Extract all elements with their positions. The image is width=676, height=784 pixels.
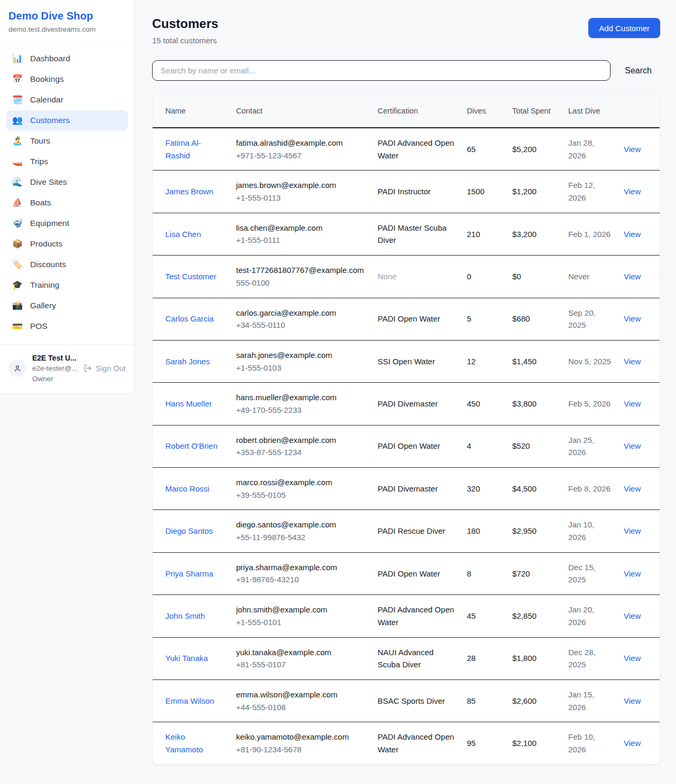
sign-out-button[interactable]: Sign Out [83,364,126,373]
customer-total-spent: $0 [512,272,521,281]
customer-name-link[interactable]: Marco Rossi [165,484,209,493]
customer-email: test-1772681807767@example.com [236,264,365,277]
sign-out-label: Sign Out [96,364,126,373]
customer-last-dive: Feb 5, 2026 [568,399,611,408]
customer-certification: None [378,272,397,281]
customer-total-spent: $1,800 [512,654,537,663]
nav-item-icon: 🏷️ [12,260,23,269]
view-customer-link[interactable]: View [624,272,641,281]
col-header-name: Name [153,95,230,128]
customer-last-dive: Feb 10, 2026 [568,732,595,754]
customer-name-link[interactable]: Hans Mueller [165,399,212,408]
view-customer-link[interactable]: View [624,696,641,705]
user-info: E2E Test U... e2e-tester@... Owner [32,353,77,384]
sidebar-nav-item[interactable]: 📸 Gallery [6,296,128,316]
view-customer-link[interactable]: View [624,230,641,239]
customer-name-link[interactable]: Diego Santos [165,526,213,535]
customer-name-link[interactable]: Lisa Chen [165,230,201,239]
nav-item-label: POS [30,322,48,331]
search-button[interactable]: Search [611,66,660,75]
col-header-total-spent: Total Spent [506,95,562,128]
sidebar-nav-item[interactable]: 🏷️ Discounts [6,254,128,275]
view-customer-link[interactable]: View [624,357,641,366]
customer-name-link[interactable]: Priya Sharma [165,569,213,578]
view-customer-link[interactable]: View [624,526,641,535]
nav-item-label: Equipment [30,219,69,228]
customer-last-dive: Nov 5, 2025 [568,357,611,366]
customer-last-dive: Feb 12, 2026 [568,181,595,202]
customer-name-link[interactable]: John Smith [165,611,205,620]
customer-total-spent: $720 [512,569,530,578]
sidebar-nav-item[interactable]: 🌊 Dive Sites [6,172,128,192]
customer-total-spent: $2,950 [512,526,537,535]
sidebar-nav-item[interactable]: 🎓 Training [6,275,128,295]
customer-name-link[interactable]: Yuki Tanaka [165,654,208,663]
nav-item-icon: 👥 [12,116,23,125]
user-role: Owner [32,374,77,384]
customer-certification: PADI Divemaster [378,484,438,493]
view-customer-link[interactable]: View [624,739,641,748]
sidebar-nav-item[interactable]: 📦 Products [6,234,128,254]
customer-last-dive: Dec 15, 2025 [568,563,596,584]
customer-certification: NAUI Advanced Scuba Diver [378,648,434,669]
sidebar-nav-item[interactable]: 💳 POS [6,316,128,336]
col-header-contact: Contact [230,95,371,128]
customer-phone: +91-98765-43210 [236,573,365,586]
customer-total-spent: $2,850 [512,611,537,620]
nav-item-icon: 💳 [12,322,23,330]
customer-last-dive: Jan 28, 2026 [568,138,594,160]
customer-email: marco.rossi@example.com [236,476,365,489]
nav-item-icon: 📅 [12,75,23,83]
customer-row: Hans Mueller hans.mueller@example.com +4… [153,383,660,425]
customer-dives: 28 [467,654,476,663]
customer-name-link[interactable]: Test Customer [165,272,217,281]
view-customer-link[interactable]: View [624,611,641,620]
search-row: Search [152,60,660,81]
add-customer-button[interactable]: Add Customer [588,18,660,38]
sidebar-nav-item[interactable]: 📊 Dashboard [6,49,128,69]
customer-row: Emma Wilson emma.wilson@example.com +44-… [153,679,660,722]
sidebar-nav-item[interactable]: 🚤 Trips [6,152,128,172]
customer-name-link[interactable]: James Brown [165,187,213,196]
customer-total-spent: $2,600 [512,696,537,705]
customer-row: Robert O'Brien robert.obrien@example.com… [153,425,660,467]
shop-name: Demo Dive Shop [8,10,126,22]
customer-name-link[interactable]: Keiko Yamamoto [165,732,203,754]
sidebar-nav-item[interactable]: 📅 Bookings [6,69,128,89]
customer-last-dive: Jan 10, 2026 [568,520,594,542]
customer-row: James Brown james.brown@example.com +1-5… [153,171,660,213]
view-customer-link[interactable]: View [624,569,641,578]
view-customer-link[interactable]: View [624,187,641,196]
customer-dives: 45 [467,611,476,620]
nav-item-label: Trips [30,157,48,166]
sidebar-nav-item[interactable]: 🏝️ Tours [6,131,128,151]
sidebar-nav-item[interactable]: ⛵ Boats [6,193,128,213]
nav-item-icon: ⛵ [12,199,23,207]
view-customer-link[interactable]: View [624,441,641,450]
view-customer-link[interactable]: View [624,654,641,663]
customer-row: Diego Santos diego.santos@example.com +5… [153,510,660,552]
customer-name-link[interactable]: Carlos Garcia [165,314,214,323]
customer-phone: +49-170-555-2233 [236,404,365,417]
customer-dives: 85 [467,696,476,705]
sidebar-nav-item[interactable]: 👥 Customers [6,110,128,130]
sidebar-nav-item[interactable]: 🤿 Equipment [6,213,128,233]
customer-name-link[interactable]: Fatima Al-Rashid [165,138,201,160]
view-customer-link[interactable]: View [624,145,641,154]
search-input[interactable] [152,60,611,81]
view-customer-link[interactable]: View [624,314,641,323]
customer-name-link[interactable]: Robert O'Brien [165,441,218,450]
customer-row: Marco Rossi marco.rossi@example.com +39-… [153,468,660,510]
customer-name-link[interactable]: Sarah Jones [165,357,210,366]
nav-item-label: Products [30,239,62,249]
customer-email: diego.santos@example.com [236,518,365,531]
view-customer-link[interactable]: View [624,399,641,408]
user-email: e2e-tester@... [32,363,77,374]
customer-row: John Smith john.smith@example.com +1-555… [153,595,660,637]
customer-email: james.brown@example.com [236,179,365,192]
view-customer-link[interactable]: View [624,484,641,493]
sidebar-nav-item[interactable]: 🗓️ Calendar [6,90,128,110]
shop-domain: demo.test.divestreams.com [8,25,126,33]
customer-name-link[interactable]: Emma Wilson [165,696,214,705]
customer-phone: +39-555-0105 [236,489,365,502]
